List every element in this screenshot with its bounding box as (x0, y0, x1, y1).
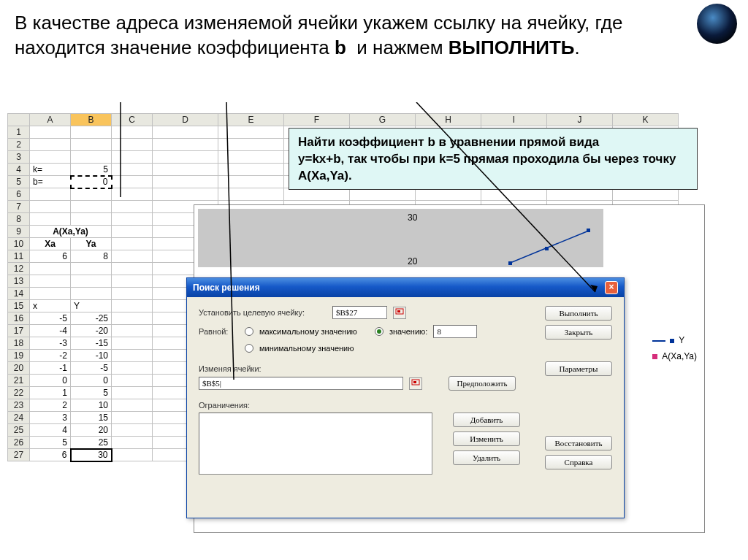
cell[interactable] (153, 164, 218, 176)
cell[interactable] (284, 188, 350, 201)
cell[interactable] (481, 188, 547, 201)
cell[interactable] (112, 139, 153, 151)
target-cell-input[interactable] (332, 306, 387, 319)
cell[interactable] (218, 151, 284, 164)
close-icon[interactable]: × (605, 281, 618, 294)
cell[interactable] (30, 263, 71, 275)
cell[interactable] (218, 126, 284, 139)
cell[interactable] (547, 188, 613, 201)
cell[interactable] (218, 176, 284, 188)
dialog-titlebar[interactable]: Поиск решения × (187, 278, 624, 297)
cell[interactable] (30, 126, 71, 139)
col-header-A[interactable]: A (30, 114, 71, 126)
cell[interactable]: -3 (30, 337, 71, 350)
cell[interactable]: -25 (71, 312, 112, 325)
cell[interactable] (153, 126, 218, 139)
cell[interactable] (71, 139, 112, 151)
cell[interactable]: -2 (30, 350, 71, 362)
col-header-B[interactable]: B (71, 114, 112, 126)
cell[interactable] (112, 350, 153, 362)
col-header-I[interactable]: I (481, 114, 547, 126)
col-header-D[interactable]: D (153, 114, 218, 126)
cell[interactable] (613, 188, 679, 201)
cell[interactable]: -15 (71, 337, 112, 350)
cell[interactable]: 8 (71, 250, 112, 263)
restore-button[interactable]: Восстановить (545, 436, 612, 450)
row-header[interactable]: 13 (8, 275, 30, 288)
cell[interactable] (112, 362, 153, 375)
row-header[interactable]: 21 (8, 375, 30, 387)
cell[interactable] (30, 288, 71, 300)
cell[interactable] (112, 188, 153, 201)
cell[interactable] (30, 201, 71, 213)
cell[interactable]: Y (71, 300, 112, 312)
value-input[interactable] (433, 325, 477, 338)
ref-picker-icon[interactable] (393, 307, 406, 319)
cell[interactable] (112, 312, 153, 325)
corner-cell[interactable] (8, 114, 30, 126)
cell[interactable] (71, 188, 112, 201)
cell[interactable]: b= (30, 176, 71, 188)
cell[interactable] (218, 188, 284, 201)
cell[interactable]: 3 (30, 412, 71, 424)
cell[interactable]: 5 (30, 437, 71, 449)
cell[interactable] (112, 164, 153, 176)
cell[interactable]: -10 (71, 350, 112, 362)
cell[interactable]: 0 (71, 176, 112, 188)
cell[interactable] (112, 424, 153, 437)
cell[interactable]: -5 (30, 312, 71, 325)
row-header[interactable]: 11 (8, 250, 30, 263)
params-button[interactable]: Параметры (545, 361, 612, 376)
constraints-list[interactable] (199, 413, 432, 475)
change-cells-input[interactable] (199, 377, 403, 390)
radio-value[interactable] (375, 327, 383, 336)
cell[interactable] (112, 201, 153, 213)
col-header-G[interactable]: G (350, 114, 416, 126)
row-header[interactable]: 18 (8, 337, 30, 350)
row-header[interactable]: 22 (8, 387, 30, 399)
cell[interactable] (218, 139, 284, 151)
row-header[interactable]: 4 (8, 164, 30, 176)
cell[interactable] (416, 188, 481, 201)
cell[interactable]: 30 (71, 449, 112, 461)
cell[interactable] (71, 201, 112, 213)
cell[interactable]: Ya (71, 238, 112, 250)
row-header[interactable]: 27 (8, 449, 30, 461)
row-header[interactable]: 24 (8, 412, 30, 424)
cell[interactable] (71, 263, 112, 275)
cell[interactable] (112, 176, 153, 188)
row-header[interactable]: 23 (8, 399, 30, 412)
cell[interactable] (112, 226, 153, 238)
cell[interactable] (30, 151, 71, 164)
cell[interactable] (71, 151, 112, 164)
cell[interactable]: 0 (30, 375, 71, 387)
row-header[interactable]: 5 (8, 176, 30, 188)
row-header[interactable]: 6 (8, 188, 30, 201)
row-header[interactable]: 19 (8, 350, 30, 362)
cell[interactable] (30, 275, 71, 288)
cell[interactable]: 6 (30, 449, 71, 461)
cell[interactable] (218, 164, 284, 176)
cell[interactable] (153, 188, 218, 201)
row-header[interactable]: 17 (8, 325, 30, 337)
close-button[interactable]: Закрыть (545, 325, 612, 340)
col-header-F[interactable]: F (284, 114, 350, 126)
add-button[interactable]: Добавить (453, 413, 520, 427)
cell[interactable] (112, 337, 153, 350)
execute-button[interactable]: Выполнить (545, 306, 612, 321)
col-header-C[interactable]: C (112, 114, 153, 126)
cell[interactable] (153, 176, 218, 188)
cell[interactable]: 0 (71, 375, 112, 387)
cell[interactable] (30, 139, 71, 151)
cell[interactable]: 5 (71, 164, 112, 176)
cell[interactable] (71, 288, 112, 300)
cell[interactable]: 2 (30, 399, 71, 412)
cell[interactable]: A(Xa,Ya) (30, 226, 112, 238)
row-header[interactable]: 15 (8, 300, 30, 312)
cell[interactable] (153, 151, 218, 164)
delete-button[interactable]: Удалить (453, 450, 520, 465)
cell[interactable]: -5 (71, 362, 112, 375)
guess-button[interactable]: Предположить (449, 376, 516, 391)
row-header[interactable]: 2 (8, 139, 30, 151)
cell[interactable]: 10 (71, 399, 112, 412)
